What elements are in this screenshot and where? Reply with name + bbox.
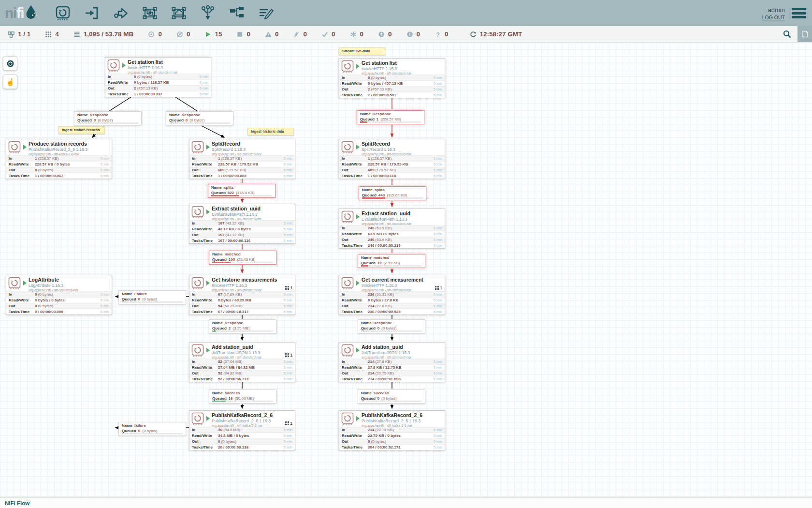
output-port-toolbar-button[interactable] [113, 4, 130, 22]
last-refreshed-time: 12:58:27 GMT [480, 30, 522, 38]
connection-queued-label: Queued [122, 429, 136, 433]
processor-title: Add station_uuid [212, 344, 293, 350]
queue-progress-bar [212, 330, 273, 332]
add-station-uuid-processor[interactable]: Add station_uuidJoltTransformJSON 1.16.3… [339, 342, 445, 382]
template-toolbar-button[interactable] [229, 4, 246, 22]
logo-text: ni [5, 6, 16, 20]
status-running: 15 [204, 30, 222, 38]
outline-button[interactable] [3, 56, 17, 71]
status-threads-count: 4 [55, 30, 59, 38]
outline-icon [6, 60, 14, 68]
produce-station-records-processor[interactable]: Produce station recordsPublishKafkaRecor… [6, 139, 112, 179]
connection-label-splits[interactable]: NamesplitsQueued522(136.4 KB) [208, 184, 276, 198]
process-group-toolbar-button[interactable] [142, 4, 159, 22]
stat-row-out: Out2 (457.13 KB)5 min [339, 86, 445, 92]
connection-name-value: matched [374, 255, 390, 260]
processor-title: SplitRecord [212, 141, 293, 147]
status-items: 1 / 141,095 / 53.78 MB00150000000?0 [8, 30, 449, 38]
running-status-icon [206, 145, 210, 149]
processor-bundle: org.apache.nifi - nifi-standard-nar [362, 288, 443, 292]
hand-icon: ☝ [6, 78, 15, 86]
extract-station-uuid-processor[interactable]: Extract station_uuidEvaluateJsonPath 1.1… [339, 209, 445, 249]
connection-queued-size: (0 bytes) [189, 118, 204, 122]
get-current-measurement-processor[interactable]: Get current measurementInvokeHTTP 1.16.3… [339, 275, 445, 315]
get-station-list-processor[interactable]: Get station listInvokeHTTP 1.16.3org.apa… [339, 58, 445, 98]
processor-type-icon [341, 141, 354, 153]
processor-bundle: org.apache.nifi - nifi-standard-nar [362, 222, 443, 225]
add-station-uuid-processor[interactable]: Add station_uuidJoltTransformJSON 1.16.3… [189, 342, 295, 382]
connection-name-label: Name [77, 113, 88, 117]
connection-queued-count: 0 [186, 118, 188, 122]
stat-row-tasks-time: Tasks/Time52 / 00:00:06.7195 min [189, 376, 295, 382]
connection-queued-size: (3.25 MB) [232, 326, 249, 330]
input-port-toolbar-button[interactable] [84, 4, 101, 22]
processor-type-icon [8, 141, 21, 153]
processor-type-icon [191, 277, 204, 289]
publishkafkarecord-2-6-processor[interactable]: PublishKafkaRecord_2_6PublishKafkaRecord… [339, 410, 445, 450]
connection-label-splits[interactable]: NamesplitsQueued443(115.62 KB) [359, 186, 426, 200]
refresh-block[interactable]: 12:58:27 GMT [470, 30, 522, 38]
pan-button[interactable]: ☝ [3, 75, 17, 89]
canvas-label-ingest-historic-data[interactable]: Ingest historic data [247, 128, 294, 135]
status-stopped-count: 0 [246, 30, 250, 38]
not-transmitting-icon [176, 31, 183, 38]
running-status-icon [206, 281, 210, 285]
running-status-icon [23, 281, 27, 285]
connection-label-failure[interactable]: NamefailureQueued0(0 bytes) [118, 422, 186, 436]
connection-label-response[interactable]: NameResponseQueued0(0 bytes) [166, 111, 233, 125]
label-toolbar-button[interactable] [258, 4, 275, 22]
canvas-label-stream-live-data[interactable]: Stream live-data [339, 47, 385, 55]
connection-label-matched[interactable]: NamematchedQueued10(2.59 KB) [358, 254, 425, 268]
panel-toggle-button[interactable] [798, 26, 812, 42]
connection-label-matched[interactable]: NamematchedQueued100(25.43 KB) [209, 251, 276, 265]
canvas-label-ingest-station-records[interactable]: Ingest station records [58, 126, 105, 134]
search-button[interactable] [776, 26, 798, 42]
queue-progress-bar [212, 262, 273, 263]
extract-station-uuid-processor[interactable]: Extract station_uuidEvaluateJsonPath 1.1… [189, 204, 295, 244]
processor-title: Get historic measurements [212, 277, 293, 283]
get-historic-measurements-processor[interactable]: Get historic measurementsInvokeHTTP 1.16… [189, 275, 295, 315]
cluster-icon [8, 31, 14, 38]
connection-name-label: Name [212, 321, 223, 325]
connection-name-label: Name [361, 321, 372, 325]
connection-label-response[interactable]: NameResponseQueued0(0 bytes) [358, 319, 425, 333]
status-queue-count: 1,095 / 53.78 MB [84, 30, 134, 38]
splitrecord-processor[interactable]: SplitRecordSplitRecord 1.16.3org.apache.… [339, 139, 445, 179]
connection-name-label: Name [122, 292, 132, 296]
running-status-icon [206, 348, 210, 353]
processor-header: Get station listInvokeHTTP 1.16.3org.apa… [105, 58, 211, 74]
get-station-list-processor[interactable]: Get station listInvokeHTTP 1.16.3org.apa… [105, 57, 211, 97]
splitrecord-processor[interactable]: SplitRecordSplitRecord 1.16.3org.apache.… [189, 139, 295, 179]
logattribute-processor[interactable]: LogAttributeLogAttribute 1.16.3org.apach… [6, 275, 112, 315]
connection-queued-size: (25.43 KB) [237, 257, 255, 262]
logout-link[interactable]: LOG OUT [762, 15, 785, 20]
processor-type-icon [191, 141, 204, 153]
processor-bundle: org.apache.nifi - nifi-standard-nar [212, 288, 293, 292]
processor-bundle: org.apache.nifi - nifi-standard-nar [362, 72, 443, 75]
queue-progress-bar [211, 195, 272, 196]
processor-bundle: org.apache.nifi - nifi-kafka-2-6-nar [29, 152, 110, 156]
threads-icon [45, 31, 52, 38]
status-not-transmitting: 0 [176, 30, 190, 38]
stat-row-read-write: Read/Write43.12 KB / 0 bytes5 min [189, 226, 295, 232]
processor-type: SplitRecord 1.16.3 [362, 147, 443, 152]
connection-label-response[interactable]: NameResponseQueued1(228.57 KB) [357, 110, 424, 124]
breadcrumb-root[interactable]: NiFi Flow [5, 500, 29, 506]
global-menu-button[interactable] [792, 7, 806, 19]
processor-toolbar-button[interactable] [55, 4, 72, 22]
connection-label-success[interactable]: NamesuccessQueued0(0 bytes) [358, 389, 425, 403]
publishkafkarecord-2-6-processor[interactable]: PublishKafkaRecord_2_6PublishKafkaRecord… [189, 410, 295, 450]
connection-label-response[interactable]: NameResponseQueued0(0 bytes) [74, 111, 142, 125]
stat-row-read-write: Read/Write0 bytes / 228.57 KB5 min [105, 79, 211, 85]
connection-label-failure[interactable]: NameFailureQueued0(0 bytes) [118, 290, 186, 304]
flow-canvas[interactable]: ☝ Stream live-dataIngest station records… [0, 43, 812, 497]
queue-progress-bar [77, 122, 138, 124]
connection-label-response[interactable]: NameResponseQueued2(3.25 MB) [209, 319, 276, 333]
status-queue: 1,095 / 53.78 MB [73, 30, 134, 38]
connection-label-success[interactable]: NamesuccessQueued16(50.03 MB) [209, 389, 276, 403]
remote-process-group-toolbar-button[interactable] [171, 4, 188, 22]
processor-header: Extract station_uuidEvaluateJsonPath 1.1… [189, 204, 295, 220]
stat-row-in: In214 (27.8 KB)5 min [339, 359, 445, 364]
funnel-toolbar-button[interactable] [200, 4, 217, 22]
queue-progress-bar [361, 401, 422, 402]
